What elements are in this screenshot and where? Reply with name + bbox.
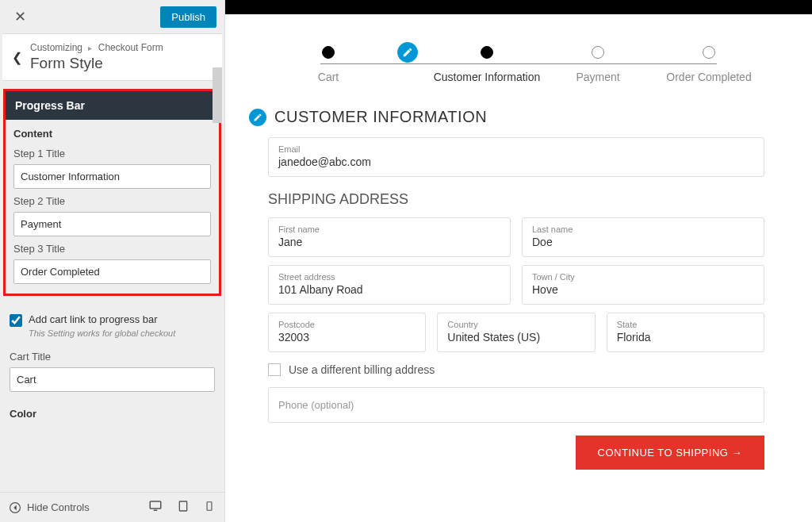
country-label: Country (447, 320, 584, 329)
back-button[interactable]: ❮ (12, 47, 30, 68)
step-dot-order-completed (703, 46, 715, 59)
first-name-label: First name (278, 225, 500, 234)
breadcrumb: Customizing ▸ Checkout Form (30, 42, 213, 53)
state-label: State (617, 320, 754, 329)
continue-to-shipping-button[interactable]: CONTINUE TO SHIPPING → (576, 436, 764, 470)
progress-step-order-completed[interactable]: Order Completed (653, 46, 764, 84)
preview-topbar (225, 0, 812, 14)
email-label: Email (278, 144, 754, 154)
step3-title-input[interactable] (13, 259, 211, 284)
step-label-cart: Cart (318, 70, 339, 84)
svg-rect-3 (179, 501, 186, 511)
breadcrumb-root: Customizing (30, 42, 82, 53)
customer-information-heading: CUSTOMER INFORMATION (274, 108, 487, 126)
step-label-customer-info: Customer Information (434, 70, 541, 84)
shipping-address-heading: SHIPPING ADDRESS (268, 191, 764, 208)
close-button[interactable]: ✕ (8, 5, 33, 29)
add-cart-link-checkbox[interactable] (10, 314, 22, 327)
country-value: United States (US) (447, 331, 584, 344)
street-value: 101 Albany Road (278, 283, 500, 296)
last-name-field[interactable]: Last name Doe (522, 217, 764, 257)
state-field[interactable]: State Florida (607, 313, 764, 352)
svg-rect-4 (207, 502, 212, 511)
state-value: Florida (617, 331, 754, 344)
desktop-icon[interactable] (148, 499, 163, 516)
street-address-field[interactable]: Street address 101 Albany Road (268, 265, 511, 305)
progress-step-payment[interactable]: Payment (542, 46, 653, 84)
breadcrumb-separator: ▸ (88, 44, 92, 52)
add-cart-link-label: Add cart link to progress bar (29, 313, 158, 325)
hide-controls-label: Hide Controls (27, 501, 90, 513)
svg-rect-2 (154, 510, 158, 512)
postcode-field[interactable]: Postcode 32003 (268, 313, 426, 352)
different-billing-checkbox-row[interactable]: Use a different billing address (268, 363, 764, 376)
step1-title-label: Step 1 Title (13, 148, 211, 159)
add-cart-link-help: This Setting works for global checkout (29, 328, 215, 338)
town-value: Hove (532, 283, 754, 296)
publish-button[interactable]: Publish (160, 6, 216, 28)
breadcrumb-leaf: Checkout Form (98, 42, 163, 53)
panel-title: Form Style (30, 55, 213, 72)
postcode-value: 32003 (278, 331, 416, 344)
progress-step-customer-info[interactable]: Customer Information (431, 46, 542, 84)
phone-field[interactable]: Phone (optional) (268, 387, 764, 423)
color-subheading: Color (10, 408, 215, 420)
last-name-label: Last name (532, 225, 754, 234)
step2-title-input[interactable] (13, 212, 211, 236)
step-dot-payment (592, 46, 604, 59)
step1-title-input[interactable] (13, 164, 211, 189)
progress-bar-section-header: Progress Bar (6, 91, 219, 120)
town-city-field[interactable]: Town / City Hove (522, 265, 764, 305)
email-field[interactable]: Email janedoe@abc.com (268, 137, 764, 177)
pencil-icon (253, 113, 262, 122)
different-billing-checkbox[interactable] (268, 363, 281, 376)
section-edit-icon[interactable] (249, 109, 266, 126)
country-field[interactable]: Country United States (US) (437, 313, 595, 352)
pencil-icon (402, 47, 413, 58)
step-dot-cart (322, 46, 335, 59)
scrollbar-thumb[interactable] (213, 67, 222, 123)
preview-pane: Cart Customer Information Payment (225, 0, 812, 522)
different-billing-label: Use a different billing address (289, 363, 435, 376)
town-label: Town / City (532, 272, 754, 282)
cart-title-label: Cart Title (10, 351, 215, 363)
progress-bar-section-highlight: Progress Bar Content Step 1 Title Step 2… (3, 89, 221, 296)
first-name-value: Jane (278, 236, 500, 248)
step3-title-label: Step 3 Title (13, 243, 211, 255)
email-value: janedoe@abc.com (278, 155, 754, 168)
mobile-icon[interactable] (204, 499, 215, 516)
hide-controls-button[interactable]: Hide Controls (10, 501, 90, 513)
step-label-payment: Payment (576, 70, 619, 84)
tablet-icon[interactable] (177, 499, 190, 516)
customizer-sidebar: ✕ Publish ❮ Customizing ▸ Checkout Form … (0, 0, 225, 522)
first-name-field[interactable]: First name Jane (268, 217, 511, 257)
last-name-value: Doe (532, 236, 754, 248)
street-label: Street address (278, 272, 500, 282)
step2-title-label: Step 2 Title (13, 195, 211, 207)
collapse-icon (10, 502, 21, 513)
edit-step-icon (397, 42, 418, 63)
svg-rect-1 (150, 501, 161, 509)
step-dot-customer-info (481, 46, 493, 59)
cart-title-input[interactable] (10, 367, 215, 392)
step-label-order-completed: Order Completed (666, 70, 751, 84)
postcode-label: Postcode (278, 320, 416, 329)
content-subheading: Content (13, 128, 211, 140)
phone-placeholder: Phone (optional) (278, 399, 354, 411)
